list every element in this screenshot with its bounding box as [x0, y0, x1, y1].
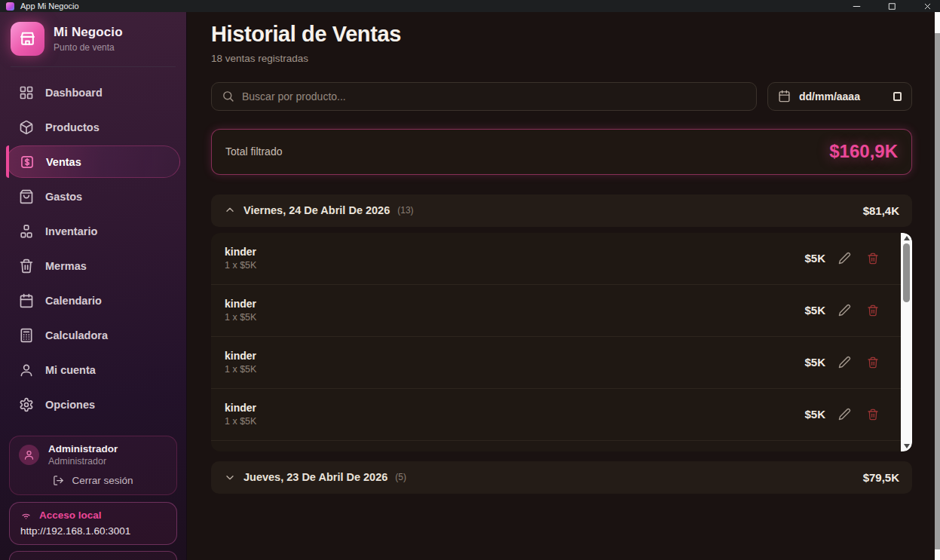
sidebar: Mi Negocio Punto de venta Dashboard Prod…: [0, 12, 187, 560]
sale-product-name: kinder: [225, 298, 256, 310]
group-date: Jueves, 23 De Abril De 2026: [243, 471, 387, 483]
trash-icon: [19, 259, 34, 274]
group-total: $81,4K: [863, 204, 899, 217]
date-input[interactable]: dd/mm/aaaa: [767, 82, 912, 111]
total-filtered-label: Total filtrado: [225, 145, 282, 158]
page-title: Historial de Ventas: [211, 23, 912, 47]
shopping-bag-icon: [19, 189, 34, 204]
sale-total: $5K: [804, 408, 825, 421]
sale-qty-price: 1 x $5K: [225, 416, 256, 427]
sidebar-item-label: Mi cuenta: [45, 364, 96, 376]
grid-icon: [19, 85, 34, 100]
sale-qty-price: 1 x $5K: [225, 260, 256, 271]
chevron-down-icon: [224, 471, 236, 483]
sidebar-divider: [11, 66, 176, 67]
scrollbar-up-arrow-icon[interactable]: [904, 236, 910, 240]
sale-product-name: kinder: [225, 246, 256, 258]
group-date: Viernes, 24 De Abril De 2026: [243, 204, 390, 216]
sidebar-item-productos[interactable]: Productos: [6, 111, 180, 143]
store-icon: [11, 22, 44, 56]
sales-list: kinder 1 x $5K $5K kinder 1 x $5K $5K ki…: [211, 233, 912, 441]
titlebar: App Mi Negocio: [0, 0, 940, 12]
dollar-square-icon: [20, 155, 35, 170]
calculator-icon: [19, 328, 34, 343]
logout-button[interactable]: Cerrar sesión: [19, 475, 167, 486]
sidebar-item-calculadora[interactable]: Calculadora: [6, 319, 180, 351]
sales-list-panel: kinder 1 x $5K $5K kinder 1 x $5K $5K ki…: [211, 233, 912, 451]
local-access-card: Acceso local http://192.168.1.60:3001: [9, 502, 177, 545]
sidebar-item-mermas[interactable]: Mermas: [6, 249, 180, 282]
group-header-viernes-24[interactable]: Viernes, 24 De Abril De 2026 (13) $81,4K: [211, 194, 912, 227]
user-icon: [19, 363, 34, 378]
sale-product-name: kinder: [225, 402, 256, 414]
sidebar-item-label: Ventas: [46, 156, 81, 168]
close-button[interactable]: [923, 2, 932, 11]
maximize-button[interactable]: [887, 2, 897, 11]
date-picker-icon[interactable]: [893, 92, 902, 101]
edit-icon[interactable]: [838, 252, 851, 265]
page-scrollbar[interactable]: [935, 12, 940, 560]
calendar-icon: [778, 90, 791, 103]
boxes-icon: [19, 224, 34, 239]
delete-icon[interactable]: [867, 304, 879, 317]
logout-icon: [53, 475, 64, 486]
logout-label: Cerrar sesión: [72, 475, 133, 486]
main-content: Historial de Ventas 18 ventas registrada…: [187, 12, 940, 560]
sidebar-item-label: Opciones: [45, 399, 95, 411]
box-icon: [19, 120, 34, 135]
brand-subtitle: Punto de venta: [54, 42, 123, 53]
window-title: App Mi Negocio: [20, 2, 79, 11]
sidebar-item-dashboard[interactable]: Dashboard: [6, 76, 180, 109]
scrollbar-thumb[interactable]: [903, 243, 910, 302]
edit-icon[interactable]: [838, 408, 851, 421]
sidebar-nav: Dashboard Productos Ventas Gastos Invent…: [0, 73, 186, 421]
edit-icon[interactable]: [838, 356, 851, 369]
user-card: Administrador Administrador Cerrar sesió…: [9, 436, 177, 495]
sale-total: $5K: [804, 252, 825, 265]
brand-name: Mi Negocio: [54, 25, 123, 40]
delete-icon[interactable]: [867, 409, 879, 421]
avatar: [19, 445, 39, 465]
delete-icon[interactable]: [867, 252, 879, 265]
page-scrollbar-top[interactable]: [935, 12, 940, 33]
brand: Mi Negocio Punto de venta: [0, 12, 186, 64]
minimize-button[interactable]: [852, 2, 862, 11]
gear-icon: [19, 397, 34, 412]
sidebar-item-label: Inventario: [45, 225, 97, 237]
total-filtered-value: $160,9K: [829, 141, 898, 162]
sidebar-item-opciones[interactable]: Opciones: [6, 388, 180, 421]
search-box: [211, 82, 757, 111]
sidebar-item-inventario[interactable]: Inventario: [6, 215, 180, 247]
group-total: $79,5K: [863, 471, 899, 484]
user-role: Administrador: [48, 456, 118, 467]
sidebar-item-gastos[interactable]: Gastos: [6, 180, 180, 213]
app-window: App Mi Negocio Mi Negocio Punto de venta…: [0, 0, 940, 560]
local-access-title: Acceso local: [39, 510, 102, 521]
list-scrollbar[interactable]: [901, 233, 912, 451]
delete-icon[interactable]: [867, 357, 879, 369]
edit-icon[interactable]: [838, 304, 851, 317]
scrollbar-down-arrow-icon[interactable]: [904, 444, 910, 448]
window-controls: [852, 2, 934, 11]
search-icon: [222, 90, 234, 103]
sale-qty-price: 1 x $5K: [225, 364, 256, 375]
group-header-jueves-23[interactable]: Jueves, 23 De Abril De 2026 (5) $79,5K: [211, 461, 912, 494]
sale-product-name: kinder: [225, 350, 256, 362]
calendar-icon: [19, 293, 34, 308]
app-icon: [6, 2, 14, 11]
search-input[interactable]: [242, 90, 746, 103]
sale-row: kinder 1 x $5K $5K: [211, 233, 912, 285]
sale-row: kinder 1 x $5K $5K: [211, 285, 912, 337]
user-name: Administrador: [48, 443, 118, 454]
sidebar-item-calendario[interactable]: Calendario: [6, 284, 180, 317]
group-count: (13): [397, 205, 413, 216]
sidebar-item-label: Mermas: [45, 260, 87, 272]
sale-qty-price: 1 x $5K: [225, 312, 256, 323]
sidebar-item-ventas[interactable]: Ventas: [6, 145, 180, 178]
sidebar-item-mi-cuenta[interactable]: Mi cuenta: [6, 353, 180, 386]
clipped-card-edge: [9, 551, 177, 560]
sale-row: kinder 1 x $5K $5K: [211, 389, 912, 441]
sale-row: kinder 1 x $5K $5K: [211, 337, 912, 389]
sidebar-item-label: Gastos: [45, 191, 82, 203]
page-scrollbar-bottom[interactable]: [935, 549, 940, 560]
